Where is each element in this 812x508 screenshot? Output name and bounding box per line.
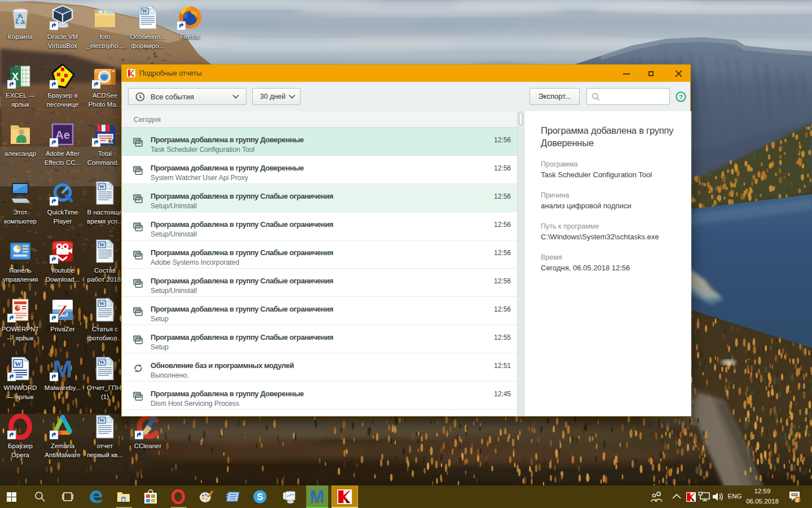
svg-text:?: ? [679, 94, 683, 100]
svg-text:W: W [99, 300, 105, 306]
svg-text:2: 2 [796, 497, 798, 503]
svg-text:W: W [142, 8, 148, 14]
svg-text:W: W [15, 360, 21, 368]
svg-text:W: W [99, 417, 105, 423]
svg-text:W: W [99, 242, 105, 248]
svg-text:M: M [310, 488, 324, 506]
svg-text:Z: Z [57, 301, 68, 319]
svg-text:W: W [99, 359, 105, 365]
svg-text:W: W [99, 183, 105, 190]
svg-text:64: 64 [108, 138, 114, 144]
svg-text:S: S [257, 492, 263, 502]
